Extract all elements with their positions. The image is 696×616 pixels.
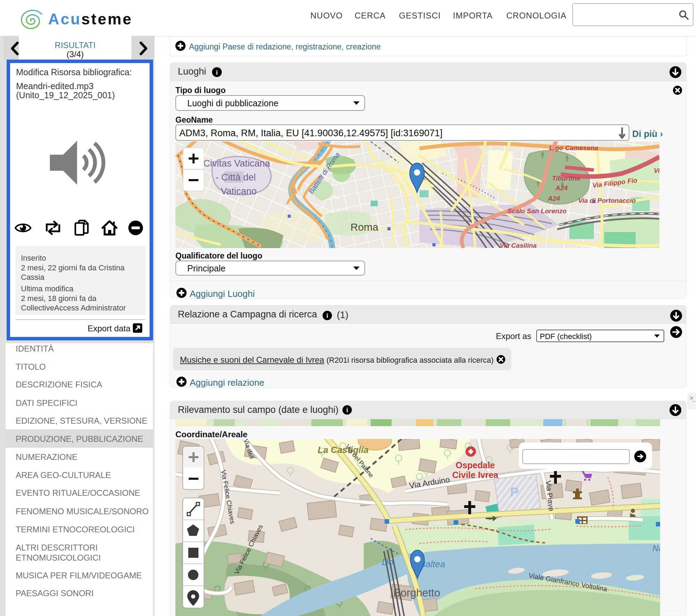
svg-text:Roma: Roma xyxy=(350,221,378,233)
svg-text:Tiburtina: Tiburtina xyxy=(552,175,580,182)
svg-text:L.go Camesena: L.go Camesena xyxy=(549,144,598,152)
svg-text:i: i xyxy=(346,407,348,414)
svg-text:Civile Ivrea: Civile Ivrea xyxy=(452,470,499,480)
svg-text:Vaticano: Vaticano xyxy=(221,186,257,197)
svg-text:Do: Do xyxy=(382,557,393,567)
svg-text:Via Casilina: Via Casilina xyxy=(500,242,537,248)
svg-text:Borghetto: Borghetto xyxy=(393,587,440,599)
svg-text:i: i xyxy=(326,312,328,319)
svg-text:Via di Portonaccio: Via di Portonaccio xyxy=(578,197,636,204)
svg-text:La Castiglia: La Castiglia xyxy=(318,445,369,455)
svg-text:- Città del: - Città del xyxy=(215,172,256,183)
svg-text:A24: A24 xyxy=(547,195,560,202)
svg-text:Na: Na xyxy=(652,544,660,553)
svg-text:Scalo San Lorenzo: Scalo San Lorenzo xyxy=(507,207,567,215)
svg-text:Vi: Vi xyxy=(654,167,659,174)
svg-text:A24: A24 xyxy=(555,184,568,192)
svg-text:i: i xyxy=(216,69,218,76)
svg-text:P: P xyxy=(510,485,519,499)
svg-text:Civitas Vaticana: Civitas Vaticana xyxy=(203,158,271,169)
svg-text:Ospedale: Ospedale xyxy=(456,460,495,470)
